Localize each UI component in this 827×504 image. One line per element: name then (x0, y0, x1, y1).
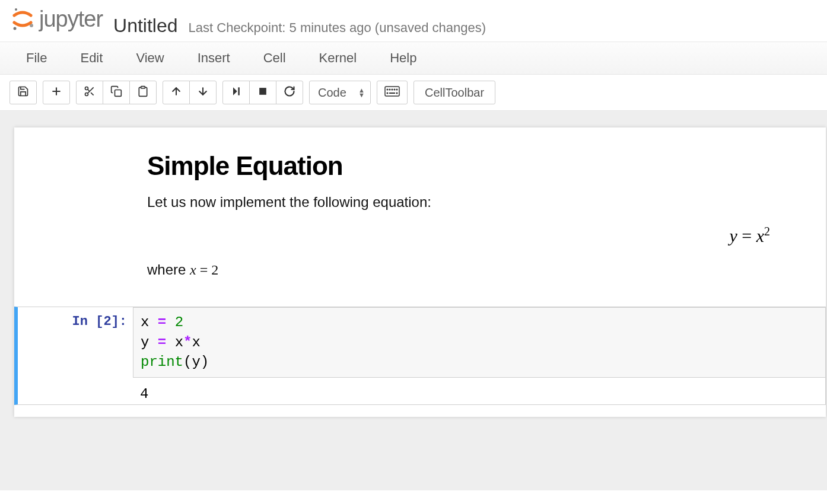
where-eq: = (196, 262, 212, 277)
svg-line-9 (88, 89, 90, 91)
jupyter-logo-icon (9, 6, 36, 32)
jupyter-logo-text: jupyter (39, 7, 103, 32)
code-output: 4 (133, 378, 825, 404)
run-icon (230, 85, 242, 100)
add-cell-button[interactable] (43, 81, 70, 104)
where-x: x (190, 262, 196, 277)
input-prompt: In [2]: (18, 307, 133, 378)
output-prompt (18, 378, 133, 404)
restart-button[interactable] (276, 81, 303, 104)
svg-point-20 (392, 89, 393, 90)
eq-y: y (729, 226, 737, 245)
markdown-where: where x = 2 (147, 261, 812, 278)
arrow-up-icon (170, 85, 182, 100)
notebook-header: jupyter Untitled Last Checkpoint: 5 minu… (0, 0, 827, 42)
svg-rect-16 (259, 88, 266, 95)
keyboard-icon (384, 86, 400, 100)
notebook-container: Simple Equation Let us now implement the… (0, 111, 827, 490)
prompt-number: 2 (103, 314, 111, 329)
save-icon (17, 85, 29, 100)
menu-file[interactable]: File (9, 42, 63, 74)
menu-bar: File Edit View Insert Cell Kernel Help (0, 42, 827, 75)
copy-button[interactable] (103, 81, 130, 104)
cell-type-select[interactable]: Code (309, 81, 371, 104)
cell-toolbar-button[interactable]: CellToolbar (414, 81, 495, 104)
menu-help[interactable]: Help (373, 42, 433, 74)
code-input-area[interactable]: x = 2 y = x*x print(y) (133, 307, 825, 378)
stop-icon (257, 85, 269, 100)
svg-point-22 (396, 89, 397, 90)
stop-button[interactable] (249, 81, 276, 104)
run-button[interactable] (222, 81, 250, 104)
eq-equals: = (737, 226, 756, 245)
menu-edit[interactable]: Edit (63, 42, 119, 74)
code-output-row: 4 (18, 378, 825, 404)
cut-button[interactable] (76, 81, 103, 104)
menu-kernel[interactable]: Kernel (303, 42, 374, 74)
notebook: Simple Equation Let us now implement the… (14, 127, 826, 417)
copy-icon (110, 85, 122, 100)
svg-rect-10 (115, 90, 122, 96)
notebook-title[interactable]: Untitled (113, 15, 178, 37)
svg-point-6 (85, 92, 88, 95)
eq-exponent: 2 (764, 225, 770, 238)
code-cell[interactable]: In [2]: x = 2 y = x*x print(y) 4 (14, 307, 826, 405)
svg-rect-15 (238, 87, 240, 95)
prompt-close: ]: (112, 314, 127, 329)
paste-button[interactable] (129, 81, 157, 104)
toolbar: Code ▲▼ CellToolbar (0, 75, 827, 111)
svg-rect-11 (141, 86, 145, 88)
prompt-in: In [ (72, 314, 104, 329)
svg-point-18 (387, 89, 388, 90)
checkpoint-status: Last Checkpoint: 5 minutes ago (unsaved … (189, 20, 486, 36)
menu-cell[interactable]: Cell (247, 42, 303, 74)
equation-display: y = x2 (147, 220, 812, 251)
command-palette-button[interactable] (377, 81, 408, 104)
markdown-heading: Simple Equation (147, 151, 812, 181)
save-button[interactable] (9, 81, 37, 104)
where-val: 2 (211, 262, 218, 277)
svg-point-23 (387, 92, 388, 94)
markdown-cell[interactable]: Simple Equation Let us now implement the… (14, 127, 826, 304)
plus-icon (50, 85, 62, 100)
markdown-intro: Let us now implement the following equat… (147, 194, 812, 210)
jupyter-logo[interactable]: jupyter (9, 6, 103, 32)
svg-point-24 (396, 92, 397, 94)
svg-point-21 (394, 89, 395, 90)
move-up-button[interactable] (163, 81, 190, 104)
arrow-down-icon (197, 85, 209, 100)
svg-point-0 (15, 8, 17, 11)
svg-point-2 (14, 27, 17, 30)
svg-point-5 (85, 87, 88, 90)
code-input-row: In [2]: x = 2 y = x*x print(y) (18, 307, 825, 378)
menu-view[interactable]: View (119, 42, 180, 74)
eq-x: x (756, 226, 764, 245)
move-down-button[interactable] (189, 81, 217, 104)
menu-insert[interactable]: Insert (181, 42, 247, 74)
restart-icon (284, 85, 295, 100)
svg-point-19 (389, 89, 390, 90)
where-text: where (147, 261, 190, 277)
svg-rect-17 (385, 87, 399, 96)
menu-list: File Edit View Insert Cell Kernel Help (9, 42, 818, 74)
scissors-icon (84, 85, 96, 100)
svg-line-8 (91, 92, 94, 95)
paste-icon (137, 85, 149, 100)
svg-marker-14 (233, 87, 237, 95)
